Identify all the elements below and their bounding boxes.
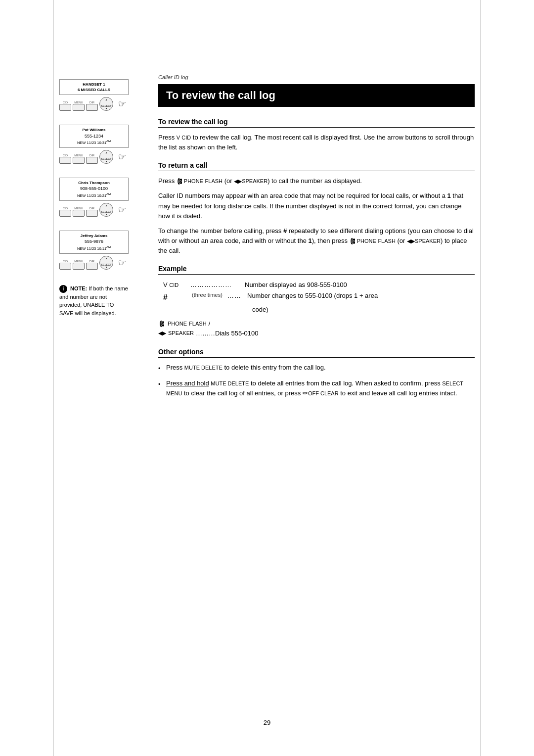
flash-example-label: FLASH	[189, 321, 206, 327]
off-clear-label: OFF CLEAR	[308, 390, 339, 396]
menu-label-4: MENU	[74, 260, 83, 263]
other-option-2: • Press and hold MUTE DELETE to delete a…	[158, 378, 475, 398]
select-button-3[interactable]: SELECT	[99, 203, 113, 217]
phone-section-4: Jeffrey Adams 555-9876 NEW 11/23 10:11AM…	[59, 231, 143, 270]
subheading-other-text: Other options	[158, 348, 204, 356]
cid-button-1[interactable]	[59, 104, 71, 111]
dir-button-group-1: DIR	[86, 101, 98, 111]
cid-button-4[interactable]	[59, 263, 71, 270]
dir-button-group-3: DIR	[86, 207, 98, 217]
screen1-line1: HANDSET 1	[63, 82, 125, 87]
phone-icon-2: ☎	[349, 237, 358, 245]
screen4-number: 555-9876	[63, 238, 125, 245]
cid-button-group-3: CID	[59, 207, 71, 217]
buttons-and-hand-2: CID MENU DIR SELEC	[59, 150, 126, 164]
phone-flash-label-1: PHONE	[184, 178, 203, 184]
menu-button-3[interactable]	[73, 210, 85, 217]
subheading-example: Example	[158, 265, 475, 275]
example-value-2-line2: code)	[252, 304, 475, 315]
screen4-name: Jeffrey Adams	[63, 233, 125, 238]
menu-button-4[interactable]	[73, 263, 85, 270]
speaker-icon-3: ◀▶	[158, 330, 166, 336]
screen1-line2: 6 MISSED CALLS	[63, 87, 125, 93]
menu-button-1[interactable]	[73, 104, 85, 111]
select-button-4[interactable]: SELECT	[99, 256, 113, 270]
review-body: Press V CID to review the call log. The …	[158, 133, 475, 152]
cid-button-3[interactable]	[59, 210, 71, 217]
menu-button-group-2: MENU	[73, 154, 85, 164]
dir-button-1[interactable]	[86, 104, 98, 111]
other-option-1-text: Press MUTE DELETE to delete this entry f…	[166, 363, 326, 373]
return-body-1: Press ☎PHONE FLASH (or ◀▶SPEAKER) to cal…	[158, 176, 475, 186]
card-and-buttons-1: HANDSET 1 6 MISSED CALLS CID MENU	[59, 79, 129, 111]
select-button-2[interactable]: SELECT	[99, 150, 113, 164]
screen3-name: Chris Thompson	[63, 180, 125, 186]
phone-icon-1: ☎	[176, 178, 185, 185]
screen2-date: NEW 11/23 10:31AM	[63, 139, 125, 145]
example-dots-1: ………………	[190, 280, 245, 290]
screen2-number: 555-1234	[63, 133, 125, 140]
phone-screen-1: HANDSET 1 6 MISSED CALLS	[59, 79, 129, 95]
right-margin-line	[480, 0, 481, 756]
example-row-2-wrapper: # (three times) …… Number changes to 555…	[163, 290, 475, 315]
phone-section-1: HANDSET 1 6 MISSED CALLS CID MENU	[59, 79, 143, 111]
cid-label-4: CID	[63, 260, 68, 263]
off-clear-icon: ✏	[303, 389, 308, 397]
vcid-label: V CID	[177, 135, 191, 141]
select-group-1: SELECT	[99, 97, 113, 111]
press-hold-label: Press and hold	[166, 379, 209, 387]
example-row-2: # (three times) …… Number changes to 555…	[163, 290, 475, 304]
dir-button-group-4: DIR	[86, 260, 98, 270]
dir-button-2[interactable]	[86, 157, 98, 164]
phone-flash-label-2: PHONE	[357, 238, 376, 244]
left-column: HANDSET 1 6 MISSED CALLS CID MENU	[0, 0, 143, 756]
speaker-icon-2: ◀▶	[407, 237, 415, 245]
note-prefix: NOTE:	[70, 285, 87, 291]
hand-icon-3: ☞	[118, 205, 126, 214]
screen3-date: NEW 11/23 10:21AM	[63, 192, 125, 198]
mute-label-1: MUTE DELETE	[184, 365, 222, 371]
other-option-1: • Press MUTE DELETE to delete this entry…	[158, 363, 475, 374]
phone-icon-3: ☎	[159, 320, 166, 328]
cid-button-group-1: CID	[59, 101, 71, 111]
bullet-2: •	[158, 379, 163, 389]
cid-button-2[interactable]	[59, 157, 71, 164]
speaker-example-label: SPEAKER	[168, 330, 194, 336]
example-row-1: V CID ……………… Number displayed as 908-555…	[163, 280, 475, 290]
speaker-label-1: SPEAKER	[242, 178, 267, 184]
example-key-1: V CID	[163, 280, 190, 290]
buttons-and-hand-1: CID MENU DIR SELEC	[59, 97, 126, 111]
select-label-3: SELECT	[101, 210, 111, 213]
dir-button-4[interactable]	[86, 263, 98, 270]
return-body-3: To change the number before calling, pre…	[158, 226, 475, 256]
note-body: If both the name and number are not prov…	[59, 285, 128, 316]
phone-screen-2: Pat Williams 555-1234 NEW 11/23 10:31AM	[59, 125, 129, 148]
hand-icon-2: ☞	[118, 152, 126, 161]
phone-screen-4: Jeffrey Adams 555-9876 NEW 11/23 10:11AM	[59, 231, 129, 254]
speaker-icon-1: ◀▶	[234, 177, 242, 186]
buttons-and-hand-4: CID MENU DIR SELEC	[59, 256, 126, 270]
note-box: i NOTE: If both the name and number are …	[59, 284, 129, 318]
subheading-review-text: To review the call log	[158, 118, 228, 126]
screen3-number: 908-555-0100	[63, 186, 125, 192]
card-and-buttons-2: Pat Williams 555-1234 NEW 11/23 10:31AM …	[59, 125, 129, 164]
select-label-1: SELECT	[101, 104, 111, 107]
example-dots-2: ……	[227, 290, 247, 301]
select-group-2: SELECT	[99, 150, 113, 164]
example-table: V CID ……………… Number displayed as 908-555…	[163, 280, 475, 315]
dir-button-3[interactable]	[86, 210, 98, 217]
speaker-label-2: SPEAKER	[415, 238, 441, 244]
menu-button-2[interactable]	[73, 157, 85, 164]
select-button-1[interactable]: SELECT	[99, 97, 113, 111]
hash-key: #	[163, 290, 190, 304]
card-and-buttons-4: Jeffrey Adams 555-9876 NEW 11/23 10:11AM…	[59, 231, 129, 270]
flash-label-2: FLASH	[378, 238, 395, 244]
example-value-2-line1: Number changes to 555-0100 (drops 1 + ar…	[247, 290, 378, 301]
dir-button-group-2: DIR	[86, 154, 98, 164]
dir-label-4: DIR	[89, 260, 94, 263]
select-label-4: SELECT	[101, 263, 111, 266]
left-margin-line	[53, 0, 54, 756]
menu-button-group-4: MENU	[73, 260, 85, 270]
screen2-name: Pat Williams	[63, 127, 125, 133]
main-heading: To review the call log	[158, 84, 475, 107]
